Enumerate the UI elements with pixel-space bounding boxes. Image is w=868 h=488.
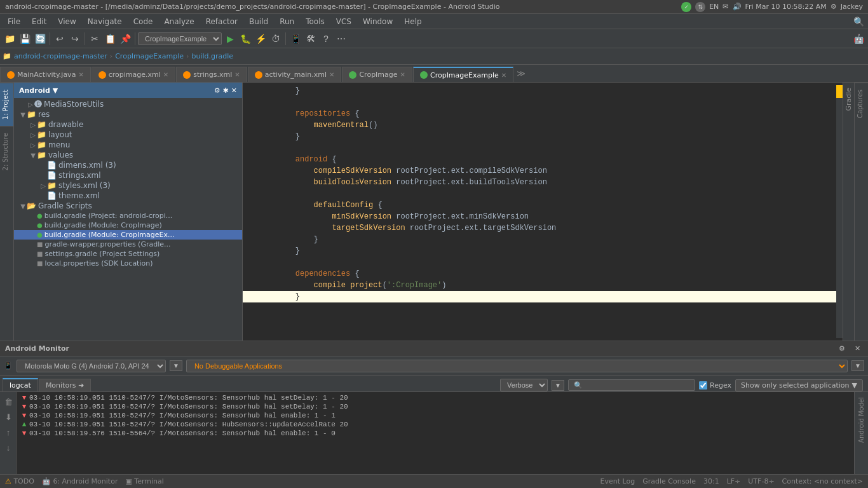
profile-btn[interactable]: ⏱	[269, 32, 283, 46]
android-btn[interactable]: 🤖	[851, 32, 865, 46]
code-scrollbar[interactable]	[836, 85, 843, 338]
close-tab-cropimage[interactable]: ✕	[400, 71, 405, 78]
tree-item-values[interactable]: ▼ 📁 values	[14, 150, 242, 160]
tree-item-drawable[interactable]: ▷ 📁 drawable	[14, 119, 242, 130]
log-tab-logcat[interactable]: logcat	[3, 378, 38, 391]
menu-run[interactable]: Run	[275, 16, 299, 27]
tab-cropimageexample[interactable]: CropImageExample ✕	[413, 67, 513, 82]
copy-btn[interactable]: 📋	[103, 32, 117, 46]
project-gear-icon[interactable]: ✱	[223, 86, 229, 95]
close-tab-cropimage-xml[interactable]: ✕	[163, 71, 168, 78]
bottom-close-btn[interactable]: ✕	[851, 343, 863, 355]
tab-mainactivity[interactable]: MainActivity.java ✕	[0, 67, 91, 82]
up-arrow-btn[interactable]: ↑	[1, 425, 15, 439]
tab-activity-main[interactable]: activity_main.xml ✕	[248, 67, 342, 82]
open-btn[interactable]: 📁	[3, 32, 17, 46]
close-tab-cropimageexample[interactable]: ✕	[501, 72, 506, 79]
path-module[interactable]: CropImageExample	[115, 52, 184, 60]
tree-item-build-gradle-cropimage[interactable]: ● build.gradle (Module: CropImage)	[14, 220, 242, 230]
tree-item-menu[interactable]: ▷ 📁 menu	[14, 140, 242, 150]
close-tab-mainactivity[interactable]: ✕	[78, 71, 83, 78]
debug-btn[interactable]: 🐛	[238, 32, 252, 46]
tree-item-build-gradle-project[interactable]: ● build.gradle (Project: android-cropi..…	[14, 211, 242, 220]
show-selected-dropdown[interactable]: ▼	[852, 381, 857, 390]
log-content[interactable]: ▼ 03-10 10:58:19.051 1510-5247/? I/MotoS…	[17, 392, 854, 474]
tree-item-mediastoreutils[interactable]: ▷ 🅒 MediaStoreUtils	[14, 99, 242, 109]
tree-item-build-gradle-cropimageexample[interactable]: ● build.gradle (Module: CropImageEx...	[14, 230, 242, 240]
menu-edit[interactable]: Edit	[27, 16, 51, 27]
close-tab-activity-main[interactable]: ✕	[329, 71, 334, 78]
bottom-settings-btn[interactable]: ⚙	[836, 343, 848, 355]
right-tab-gradle[interactable]: Gradle	[843, 83, 854, 116]
verbose-dropdown-btn[interactable]: ▼	[552, 380, 564, 391]
tree-item-strings-xml[interactable]: 📄 strings.xml	[14, 170, 242, 180]
search-everywhere-btn[interactable]: 🔍	[851, 15, 865, 29]
android-model-tab[interactable]: Android Model	[857, 392, 866, 448]
paste-btn[interactable]: 📌	[118, 32, 132, 46]
tree-item-res[interactable]: ▼ 📁 res	[14, 109, 242, 119]
tree-item-theme[interactable]: 📄 theme.xml	[14, 191, 242, 201]
project-close-icon[interactable]: ✕	[231, 86, 237, 95]
terminal-status[interactable]: ▣ Terminal	[125, 477, 163, 485]
menu-analyze[interactable]: Analyze	[159, 16, 199, 27]
tree-item-settings-gradle[interactable]: ■ settings.gradle (Project Settings)	[14, 249, 242, 259]
tab-strings[interactable]: strings.xml ✕	[176, 67, 247, 82]
more-btn[interactable]: ⋯	[334, 32, 348, 46]
avd-btn[interactable]: 📱	[288, 32, 302, 46]
app-dropdown-btn[interactable]: ▼	[851, 360, 864, 371]
down-arrow-btn[interactable]: ↓	[1, 440, 15, 454]
tree-item-gradle-wrapper[interactable]: ■ gradle-wrapper.properties (Gradle...	[14, 240, 242, 249]
run-config-selector[interactable]: CropImageExample	[138, 32, 222, 45]
tab-cropimage[interactable]: CropImage ✕	[342, 67, 412, 82]
vert-tab-captures[interactable]: Captures	[855, 83, 868, 125]
tree-item-styles[interactable]: ▷ 📁 styles.xml (3)	[14, 180, 242, 191]
clear-log-btn[interactable]: 🗑	[1, 395, 15, 409]
menu-build[interactable]: Build	[244, 16, 273, 27]
show-selected-application-btn[interactable]: Show only selected application ▼	[735, 379, 863, 391]
gradle-console-label[interactable]: Gradle Console	[642, 477, 696, 485]
save-btn[interactable]: 💾	[18, 32, 32, 46]
cut-btn[interactable]: ✂	[88, 32, 102, 46]
path-root[interactable]: android-cropimage-master	[14, 52, 107, 60]
menu-help[interactable]: Help	[399, 16, 426, 27]
android-monitor-status[interactable]: 🤖 6: Android Monitor	[42, 477, 118, 485]
menu-refactor[interactable]: Refactor	[201, 16, 243, 27]
regex-checkbox[interactable]	[699, 381, 707, 390]
menu-window[interactable]: Window	[358, 16, 398, 27]
vert-tab-structure[interactable]: 2: Structure	[0, 126, 13, 177]
line-ending[interactable]: LF÷	[727, 477, 741, 485]
code-content[interactable]: } repositories {	[243, 83, 843, 341]
run-btn[interactable]: ▶	[223, 32, 237, 46]
verbose-selector[interactable]: Verbose Debug Info Warn Error	[500, 379, 548, 391]
menu-tools[interactable]: Tools	[301, 16, 330, 27]
todo-label[interactable]: ⚠ TODO	[5, 477, 34, 485]
encoding[interactable]: UTF-8÷	[748, 477, 774, 485]
device-dropdown-btn[interactable]: ▼	[170, 360, 182, 371]
help-btn[interactable]: ?	[319, 32, 333, 46]
close-tab-strings[interactable]: ✕	[234, 71, 240, 78]
menu-navigate[interactable]: Navigate	[83, 16, 127, 27]
sdk-btn[interactable]: 🛠	[304, 32, 318, 46]
tree-item-layout[interactable]: ▷ 📁 layout	[14, 130, 242, 140]
tab-cropimage-xml[interactable]: cropimage.xml ✕	[92, 67, 175, 82]
menu-code[interactable]: Code	[128, 16, 158, 27]
tree-item-dimens[interactable]: 📄 dimens.xml (3)	[14, 160, 242, 170]
tree-item-gradle-scripts[interactable]: ▼ 📂 Gradle Scripts	[14, 201, 242, 211]
menu-view[interactable]: View	[53, 16, 81, 27]
redo-btn[interactable]: ↪	[68, 32, 82, 46]
vert-tab-project[interactable]: 1: Project	[0, 83, 13, 126]
tree-item-local-properties[interactable]: ■ local.properties (SDK Location)	[14, 259, 242, 268]
scroll-end-btn[interactable]: ⬇	[1, 410, 15, 424]
path-file[interactable]: build.gradle	[191, 52, 233, 60]
log-tab-monitors[interactable]: Monitors ➜	[39, 379, 91, 391]
undo-btn[interactable]: ↩	[53, 32, 67, 46]
project-settings-icon[interactable]: ⚙	[214, 86, 220, 95]
device-selector[interactable]: Motorola Moto G (4) Android 7.0, API 24	[17, 360, 166, 372]
sync-btn[interactable]: 🔄	[33, 32, 47, 46]
coverage-btn[interactable]: ⚡	[254, 32, 268, 46]
more-tabs-btn[interactable]: ≫	[514, 69, 528, 78]
code-scroll-area[interactable]: } repositories {	[243, 85, 836, 338]
menu-vcs[interactable]: VCS	[331, 16, 356, 27]
event-log-label[interactable]: Event Log	[600, 477, 635, 485]
menu-file[interactable]: File	[3, 16, 25, 27]
